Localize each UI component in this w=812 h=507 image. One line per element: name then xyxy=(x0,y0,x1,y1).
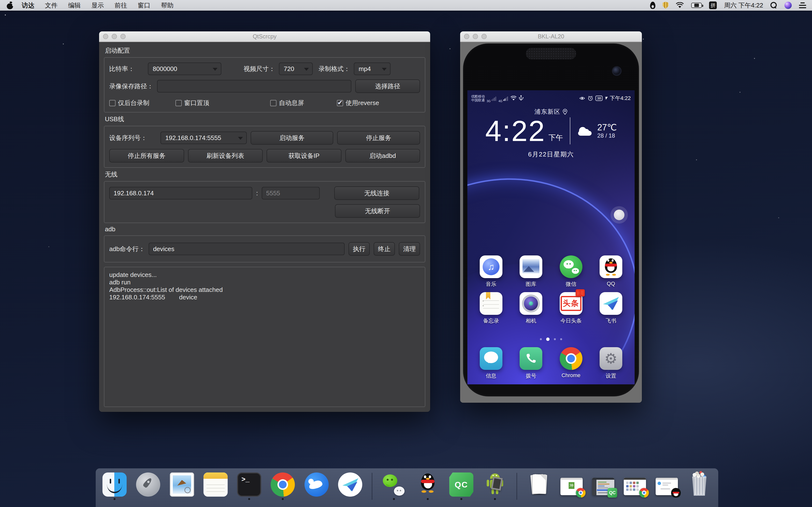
phone-titlebar[interactable]: BKL-AL20 xyxy=(460,32,642,42)
adb-run-button[interactable]: 执行 xyxy=(349,242,370,256)
app-toutiao[interactable]: 头条1今日头条 xyxy=(556,292,587,325)
stop-service-button[interactable]: 停止服务 xyxy=(337,131,420,145)
start-adbd-button[interactable]: 启动adbd xyxy=(345,149,420,163)
record-path-input[interactable] xyxy=(157,80,351,93)
checkbox-use-reverse[interactable]: 使用reverse xyxy=(337,99,379,107)
dock-feishu[interactable] xyxy=(338,472,362,500)
app-notes[interactable]: 备忘录 xyxy=(475,292,507,325)
menu-item-finder[interactable]: 访达 xyxy=(16,0,40,11)
dock-wechat[interactable] xyxy=(382,472,406,500)
menu-item-help[interactable]: 帮助 xyxy=(156,0,179,11)
chrome-window-thumbnail xyxy=(624,478,646,495)
finder-icon xyxy=(102,472,126,497)
dock-minimized-qq-window[interactable] xyxy=(656,474,678,499)
menu-bar-clock[interactable]: 周六 下午4:22 xyxy=(724,1,763,10)
wireless-port-input[interactable] xyxy=(262,187,320,200)
checkbox-always-on-top[interactable]: 窗口置顶 xyxy=(175,99,209,107)
dock-notes[interactable] xyxy=(203,472,227,500)
app-row-2: 备忘录 相机 头条1今日头条 飞书 xyxy=(467,292,635,325)
app-row-1: ♫音乐 图库 微信 QQ xyxy=(467,256,635,288)
app-settings[interactable]: ⚙设置 xyxy=(596,347,626,380)
app-messages[interactable]: 信息 xyxy=(475,347,507,380)
usb-group: 设备序列号： 192.168.0.174:5555 启动服务 停止服务 停止所有… xyxy=(104,126,425,168)
app-chrome[interactable]: Chrome xyxy=(556,347,587,380)
adb-stop-button[interactable]: 终止 xyxy=(373,242,395,256)
clock-weather-widget[interactable]: 4:22 下午 27℃ 28 / 18 6月22日星期六 xyxy=(467,115,635,159)
refresh-device-list-button[interactable]: 刷新设备列表 xyxy=(188,149,263,163)
app-wechat[interactable]: 微信 xyxy=(556,256,587,288)
weather-block: 27℃ 28 / 18 xyxy=(577,123,617,139)
menu-item-window[interactable]: 窗口 xyxy=(133,0,156,11)
adb-cmd-input[interactable] xyxy=(149,243,345,255)
apple-menu-icon[interactable] xyxy=(7,1,13,9)
chrome-icon xyxy=(560,347,582,370)
app-feishu[interactable]: 飞书 xyxy=(596,292,626,325)
dock-minimized-qtcreator-window[interactable]: QC xyxy=(592,474,614,499)
phone-wifi-icon xyxy=(510,96,517,101)
siri-icon[interactable] xyxy=(784,2,792,9)
dock-chrome[interactable] xyxy=(271,472,295,500)
app-dialer[interactable]: 拨号 xyxy=(515,347,546,380)
qq-status-icon[interactable] xyxy=(650,2,655,9)
dock-seal-app[interactable] xyxy=(305,472,329,500)
serial-combobox[interactable]: 192.168.0.174:5555 xyxy=(160,131,247,144)
dock-qq[interactable] xyxy=(416,472,440,500)
input-method-badge[interactable]: 拼 xyxy=(709,1,717,9)
menu-item-edit[interactable]: 编辑 xyxy=(63,0,86,11)
dock-mail[interactable] xyxy=(170,472,194,500)
phone-dock-row: 信息 拨号 Chrome ⚙设置 xyxy=(467,347,635,380)
dock-finder[interactable] xyxy=(102,472,126,500)
phone-body: 优酷移动 中国联通 3G 4G 38 xyxy=(460,42,642,403)
spotlight-search-icon[interactable] xyxy=(770,2,777,9)
dock-minimized-chrome-window-2[interactable] xyxy=(624,474,646,499)
minimize-button[interactable] xyxy=(473,34,478,39)
battery-icon[interactable] xyxy=(691,3,702,8)
qq-badge-icon xyxy=(671,488,681,498)
wireless-ip-input[interactable] xyxy=(109,187,252,200)
dock-minimized-chrome-window[interactable]: 坤 xyxy=(560,474,582,499)
wifi-icon[interactable] xyxy=(676,2,684,8)
get-device-ip-button[interactable]: 获取设备IP xyxy=(266,149,342,163)
phone-screen[interactable]: 优酷移动 中国联通 3G 4G 38 xyxy=(467,90,635,384)
dock-android-file-transfer[interactable] xyxy=(483,472,507,500)
wireless-connect-button[interactable]: 无线连接 xyxy=(334,186,419,200)
dock-terminal[interactable] xyxy=(237,472,261,500)
app-qq[interactable]: QQ xyxy=(596,256,626,288)
minimize-button[interactable] xyxy=(112,34,117,39)
shield-icon[interactable] xyxy=(663,2,668,9)
bitrate-combobox[interactable]: 8000000 xyxy=(148,62,221,75)
assistive-ball[interactable] xyxy=(614,210,624,220)
app-gallery[interactable]: 图库 xyxy=(515,256,546,288)
choose-path-button[interactable]: 选择路径 xyxy=(355,79,420,93)
qq-icon xyxy=(416,472,440,497)
dock-documents-stack[interactable] xyxy=(527,472,551,500)
dock-launchpad[interactable] xyxy=(136,472,160,500)
menu-bar-status: 拼 周六 下午4:22 xyxy=(650,1,806,10)
qtscrcpy-titlebar[interactable]: QtScrcpy xyxy=(99,32,430,42)
wireless-disconnect-button[interactable]: 无线断开 xyxy=(335,204,420,218)
section-label-config: 启动配置 xyxy=(105,46,424,55)
menu-item-view[interactable]: 显示 xyxy=(86,0,109,11)
menu-item-file[interactable]: 文件 xyxy=(40,0,63,11)
zoom-button[interactable] xyxy=(481,34,487,39)
video-size-combobox[interactable]: 720 xyxy=(279,62,313,75)
zoom-button[interactable] xyxy=(120,34,126,39)
start-service-button[interactable]: 启动服务 xyxy=(251,131,334,145)
close-button[interactable] xyxy=(103,34,108,39)
phone-status-bar: 优酷移动 中国联通 3G 4G 38 xyxy=(467,90,635,105)
app-camera[interactable]: 相机 xyxy=(515,292,546,325)
checkbox-screen-off[interactable]: 自动息屏 xyxy=(270,99,304,107)
colon-separator: : xyxy=(256,189,258,197)
record-format-combobox[interactable]: mp4 xyxy=(354,62,391,75)
adb-clear-button[interactable]: 清理 xyxy=(399,242,420,256)
close-button[interactable] xyxy=(464,34,469,39)
notification-center-icon[interactable] xyxy=(799,2,806,8)
dock-qtcreator[interactable]: QC xyxy=(449,472,473,500)
checkbox-background-record[interactable]: 仅后台录制 xyxy=(109,99,149,107)
adb-log-output: update devices...adb runAdbProcess::out:… xyxy=(104,267,425,407)
dock-trash[interactable] xyxy=(687,472,711,500)
menu-bar-left: 访达 文件 编辑 显示 前往 窗口 帮助 xyxy=(6,0,179,11)
stop-all-services-button[interactable]: 停止所有服务 xyxy=(109,149,184,163)
app-music[interactable]: ♫音乐 xyxy=(475,256,507,288)
menu-item-go[interactable]: 前往 xyxy=(109,0,133,11)
